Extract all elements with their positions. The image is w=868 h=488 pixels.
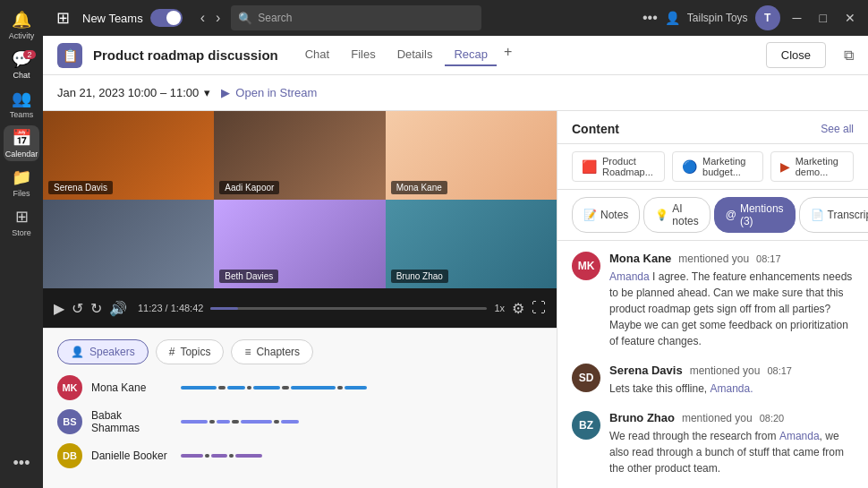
- teams-icon: 👥: [12, 89, 31, 108]
- msg-mention-1: mentioned you: [678, 253, 749, 265]
- date-selector[interactable]: Jan 21, 2023 10:00 – 11:00 ▾: [57, 86, 210, 99]
- avatar-msg-serena: SD: [572, 364, 600, 392]
- recap-area: Jan 21, 2023 10:00 – 11:00 ▾ ▶ Open in S…: [43, 75, 868, 488]
- msg-text-1: Amanda I agree. The feature enhancements…: [609, 269, 854, 349]
- msg-time-1: 08:17: [756, 253, 781, 264]
- recap-body: Serena Davis Aadi Kapoor Mona Kane: [43, 111, 868, 488]
- msg-sender-2: Serena Davis: [609, 364, 683, 377]
- speaker-row-mona: MK Mona Kane: [57, 375, 542, 400]
- msg-mention-2: mentioned you: [690, 364, 761, 377]
- tab-speakers[interactable]: 👤 Speakers: [57, 339, 149, 364]
- msg-time-3: 08:20: [760, 413, 785, 424]
- stream-label: Open in Stream: [235, 86, 317, 99]
- user-avatar[interactable]: T: [755, 5, 780, 30]
- sidebar-item-files[interactable]: 📁 Files: [4, 165, 39, 201]
- sidebar-item-store[interactable]: ⊞ Store: [4, 204, 39, 240]
- tab-mentions[interactable]: @ Mentions (3): [714, 197, 796, 233]
- close-meeting-button[interactable]: Close: [766, 42, 826, 68]
- new-teams-toggle[interactable]: [150, 9, 183, 27]
- progress-bar[interactable]: [210, 307, 487, 310]
- speaker-bars-danielle: [181, 454, 542, 458]
- speakers-icon: 👤: [71, 346, 84, 358]
- tab-topics[interactable]: # Topics: [156, 339, 225, 364]
- speaker-name-babak: Babak Shammas: [91, 409, 172, 434]
- file-ppt[interactable]: 🟥 Product Roadmap...: [572, 151, 665, 182]
- search-icon: 🔍: [238, 12, 252, 25]
- video-cell-serena: Serena Davis: [43, 111, 214, 200]
- video-grid: Serena Davis Aadi Kapoor Mona Kane: [43, 111, 557, 288]
- meeting-tabs: Chat Files Details Recap +: [296, 44, 516, 66]
- profile-icon: 👤: [665, 11, 680, 25]
- meeting-header: 📋 Product roadmap discussion Chat Files …: [43, 36, 868, 75]
- maximize-button[interactable]: □: [814, 7, 832, 29]
- messages-area: MK Mona Kane mentioned you 08:17 Amanda …: [557, 241, 868, 488]
- minimize-button[interactable]: ─: [787, 7, 807, 29]
- progress-fill: [210, 307, 238, 310]
- open-stream-button[interactable]: ▶ Open in Stream: [221, 86, 317, 99]
- word-icon: 🔵: [682, 159, 697, 174]
- calendar-icon: 📅: [12, 128, 31, 148]
- add-tab-button[interactable]: +: [500, 44, 515, 66]
- content-title: Content: [572, 122, 619, 136]
- settings-button[interactable]: ⚙: [512, 300, 524, 317]
- expand-icon[interactable]: ⧉: [844, 47, 854, 64]
- forward-button[interactable]: ›: [212, 6, 224, 30]
- sidebar-item-teams[interactable]: 👥 Teams: [4, 86, 39, 122]
- avatar-msg-mona: MK: [572, 252, 600, 280]
- tab-notes[interactable]: 📝 Notes: [572, 197, 640, 233]
- mentions-icon: @: [726, 209, 736, 221]
- avatar-babak: BS: [57, 409, 82, 434]
- msg-mention-3: mentioned you: [682, 412, 753, 424]
- speaker-bars-babak: [181, 420, 542, 424]
- msg-content-1: Mona Kane mentioned you 08:17 Amanda I a…: [609, 252, 854, 349]
- msg-header-1: Mona Kane mentioned you 08:17: [609, 252, 854, 265]
- msg-content-3: Bruno Zhao mentioned you 08:20 We read t…: [609, 411, 854, 476]
- quality-button[interactable]: 1x: [494, 303, 505, 313]
- file-name-video: Marketing demo...: [796, 156, 844, 177]
- file-video[interactable]: ▶ Marketing demo...: [770, 151, 854, 182]
- tab-ai-notes[interactable]: 💡 AI notes: [643, 197, 710, 233]
- tab-details[interactable]: Details: [388, 44, 442, 66]
- avatar-mona: MK: [57, 375, 82, 400]
- notes-tabs: 📝 Notes 💡 AI notes @ Mentions (3) 📄: [557, 190, 868, 241]
- org-name: Tailspin Toys: [687, 12, 748, 24]
- tab-transcript[interactable]: 📄 Transcript: [799, 197, 868, 233]
- search-input[interactable]: [258, 12, 474, 24]
- right-panel: Content See all 🟥 Product Roadmap... 🔵 M…: [557, 111, 868, 488]
- search-box[interactable]: 🔍: [231, 5, 481, 30]
- store-icon: ⊞: [15, 207, 29, 227]
- video-label-aadi: Aadi Kapoor: [219, 181, 279, 194]
- rewind-button[interactable]: ↺: [72, 300, 83, 317]
- speaker-row-danielle: DB Danielle Booker: [57, 443, 542, 468]
- more-options-icon[interactable]: •••: [642, 10, 658, 26]
- message-item-2: SD Serena Davis mentioned you 08:17 Lets…: [572, 364, 854, 397]
- sidebar-item-chat[interactable]: 💬 2 Chat: [4, 47, 39, 82]
- video-cell-bruno: Bruno Zhao: [386, 200, 557, 288]
- msg-sender-3: Bruno Zhao: [609, 411, 675, 424]
- file-name-ppt: Product Roadmap...: [602, 156, 655, 177]
- close-window-button[interactable]: ✕: [839, 7, 861, 29]
- topbar: ⊞ New Teams ‹ › 🔍 ••• 👤 Tailspin Toys T …: [43, 0, 868, 36]
- dropdown-icon: ▾: [204, 86, 210, 99]
- skip-button[interactable]: ↻: [90, 300, 102, 317]
- msg-header-2: Serena Davis mentioned you 08:17: [609, 364, 854, 377]
- files-icon: 📁: [12, 167, 31, 187]
- sidebar-item-activity[interactable]: 🔔 Activity: [4, 7, 39, 43]
- volume-button[interactable]: 🔊: [109, 300, 127, 317]
- tab-files[interactable]: Files: [342, 44, 384, 66]
- file-word[interactable]: 🔵 Marketing budget...: [672, 151, 763, 182]
- main-area: ⊞ New Teams ‹ › 🔍 ••• 👤 Tailspin Toys T …: [43, 0, 868, 488]
- see-all-button[interactable]: See all: [821, 123, 854, 135]
- sidebar-item-calendar[interactable]: 📅 Calendar: [4, 125, 39, 161]
- avatar-danielle: DB: [57, 443, 82, 468]
- topbar-right: ••• 👤 Tailspin Toys T ─ □ ✕: [642, 5, 861, 30]
- play-button[interactable]: ▶: [54, 300, 64, 317]
- speakers-section: 👤 Speakers # Topics ≡ Chapters: [43, 328, 557, 488]
- tab-chapters[interactable]: ≡ Chapters: [231, 339, 313, 364]
- sidebar-item-more[interactable]: •••: [4, 445, 39, 481]
- back-button[interactable]: ‹: [197, 6, 208, 30]
- tab-recap[interactable]: Recap: [445, 44, 497, 66]
- tab-chat[interactable]: Chat: [296, 44, 338, 66]
- date-text: Jan 21, 2023 10:00 – 11:00: [57, 86, 199, 99]
- fullscreen-button[interactable]: ⛶: [532, 300, 546, 316]
